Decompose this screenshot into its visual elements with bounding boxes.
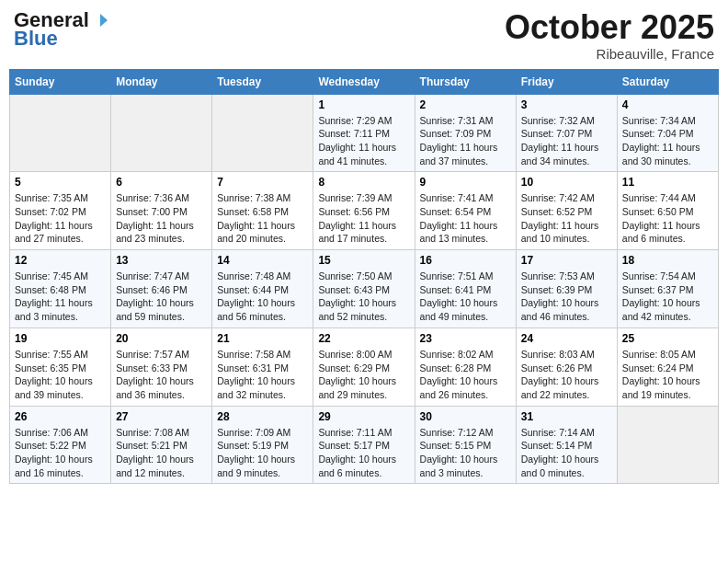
day-number: 3 bbox=[521, 98, 612, 111]
calendar-cell: 29Sunrise: 7:11 AMSunset: 5:17 PMDayligh… bbox=[313, 406, 415, 484]
day-number: 20 bbox=[116, 332, 207, 345]
cell-content: Sunrise: 7:48 AMSunset: 6:44 PMDaylight:… bbox=[217, 270, 308, 324]
calendar-cell: 2Sunrise: 7:31 AMSunset: 7:09 PMDaylight… bbox=[415, 94, 516, 172]
cell-content: Sunrise: 7:36 AMSunset: 7:00 PMDaylight:… bbox=[116, 191, 207, 246]
header-thursday: Thursday bbox=[415, 69, 516, 94]
calendar-cell: 11Sunrise: 7:44 AMSunset: 6:50 PMDayligh… bbox=[617, 172, 718, 250]
calendar-header: SundayMondayTuesdayWednesdayThursdayFrid… bbox=[10, 69, 719, 94]
day-number: 24 bbox=[521, 332, 612, 345]
cell-content: Sunrise: 7:35 AMSunset: 7:02 PMDaylight:… bbox=[15, 191, 106, 246]
cell-content: Sunrise: 7:53 AMSunset: 6:39 PMDaylight:… bbox=[521, 270, 612, 324]
cell-content: Sunrise: 7:57 AMSunset: 6:33 PMDaylight:… bbox=[116, 348, 207, 402]
week-row-5: 26Sunrise: 7:06 AMSunset: 5:22 PMDayligh… bbox=[10, 406, 719, 484]
day-number: 22 bbox=[318, 332, 409, 345]
day-number: 29 bbox=[318, 410, 409, 423]
calendar-cell: 7Sunrise: 7:38 AMSunset: 6:58 PMDaylight… bbox=[212, 172, 313, 250]
header-friday: Friday bbox=[516, 69, 617, 94]
cell-content: Sunrise: 8:00 AMSunset: 6:29 PMDaylight:… bbox=[318, 348, 409, 402]
calendar-cell bbox=[111, 94, 212, 172]
calendar-cell: 15Sunrise: 7:50 AMSunset: 6:43 PMDayligh… bbox=[313, 250, 415, 328]
week-row-4: 19Sunrise: 7:55 AMSunset: 6:35 PMDayligh… bbox=[10, 327, 719, 406]
day-number: 19 bbox=[15, 332, 106, 345]
calendar-cell: 26Sunrise: 7:06 AMSunset: 5:22 PMDayligh… bbox=[10, 406, 111, 484]
day-number: 2 bbox=[420, 98, 511, 111]
calendar-cell bbox=[10, 94, 111, 172]
logo: General Blue bbox=[14, 9, 108, 50]
day-number: 8 bbox=[318, 176, 409, 189]
cell-content: Sunrise: 7:41 AMSunset: 6:54 PMDaylight:… bbox=[420, 191, 511, 246]
calendar-cell: 25Sunrise: 8:05 AMSunset: 6:24 PMDayligh… bbox=[617, 327, 718, 406]
week-row-3: 12Sunrise: 7:45 AMSunset: 6:48 PMDayligh… bbox=[10, 250, 719, 328]
calendar-cell: 14Sunrise: 7:48 AMSunset: 6:44 PMDayligh… bbox=[212, 250, 313, 328]
calendar-cell: 28Sunrise: 7:09 AMSunset: 5:19 PMDayligh… bbox=[212, 406, 313, 484]
cell-content: Sunrise: 7:32 AMSunset: 7:07 PMDaylight:… bbox=[521, 114, 612, 168]
cell-content: Sunrise: 7:54 AMSunset: 6:37 PMDaylight:… bbox=[622, 270, 713, 324]
cell-content: Sunrise: 7:29 AMSunset: 7:11 PMDaylight:… bbox=[318, 114, 409, 168]
calendar-cell: 20Sunrise: 7:57 AMSunset: 6:33 PMDayligh… bbox=[111, 327, 212, 406]
day-number: 25 bbox=[622, 332, 713, 345]
calendar-cell: 13Sunrise: 7:47 AMSunset: 6:46 PMDayligh… bbox=[111, 250, 212, 328]
day-number: 16 bbox=[420, 254, 511, 267]
day-number: 15 bbox=[318, 254, 409, 267]
cell-content: Sunrise: 8:05 AMSunset: 6:24 PMDaylight:… bbox=[622, 348, 713, 402]
day-number: 28 bbox=[217, 410, 308, 423]
month-title: October 2025 bbox=[505, 9, 714, 46]
calendar-table: SundayMondayTuesdayWednesdayThursdayFrid… bbox=[9, 69, 719, 485]
day-number: 27 bbox=[116, 410, 207, 423]
cell-content: Sunrise: 7:55 AMSunset: 6:35 PMDaylight:… bbox=[15, 348, 106, 402]
day-number: 1 bbox=[318, 98, 409, 111]
calendar-cell: 30Sunrise: 7:12 AMSunset: 5:15 PMDayligh… bbox=[415, 406, 516, 484]
week-row-1: 1Sunrise: 7:29 AMSunset: 7:11 PMDaylight… bbox=[10, 94, 719, 172]
calendar-cell bbox=[617, 406, 718, 484]
calendar-cell: 18Sunrise: 7:54 AMSunset: 6:37 PMDayligh… bbox=[617, 250, 718, 328]
cell-content: Sunrise: 7:06 AMSunset: 5:22 PMDaylight:… bbox=[15, 426, 106, 480]
day-number: 26 bbox=[15, 410, 106, 423]
cell-content: Sunrise: 7:42 AMSunset: 6:52 PMDaylight:… bbox=[521, 191, 612, 246]
day-number: 31 bbox=[521, 410, 612, 423]
calendar-cell: 21Sunrise: 7:58 AMSunset: 6:31 PMDayligh… bbox=[212, 327, 313, 406]
title-area: October 2025 Ribeauville, France bbox=[505, 9, 714, 62]
calendar-cell: 8Sunrise: 7:39 AMSunset: 6:56 PMDaylight… bbox=[313, 172, 415, 250]
calendar-cell: 10Sunrise: 7:42 AMSunset: 6:52 PMDayligh… bbox=[516, 172, 617, 250]
cell-content: Sunrise: 7:38 AMSunset: 6:58 PMDaylight:… bbox=[217, 191, 308, 246]
cell-content: Sunrise: 7:50 AMSunset: 6:43 PMDaylight:… bbox=[318, 270, 409, 324]
day-number: 23 bbox=[420, 332, 511, 345]
cell-content: Sunrise: 7:31 AMSunset: 7:09 PMDaylight:… bbox=[420, 114, 511, 168]
calendar-cell: 16Sunrise: 7:51 AMSunset: 6:41 PMDayligh… bbox=[415, 250, 516, 328]
day-number: 7 bbox=[217, 176, 308, 189]
calendar-cell: 27Sunrise: 7:08 AMSunset: 5:21 PMDayligh… bbox=[111, 406, 212, 484]
cell-content: Sunrise: 8:02 AMSunset: 6:28 PMDaylight:… bbox=[420, 348, 511, 402]
calendar-cell: 19Sunrise: 7:55 AMSunset: 6:35 PMDayligh… bbox=[10, 327, 111, 406]
header-row: SundayMondayTuesdayWednesdayThursdayFrid… bbox=[10, 69, 719, 94]
cell-content: Sunrise: 7:34 AMSunset: 7:04 PMDaylight:… bbox=[622, 114, 713, 168]
cell-content: Sunrise: 7:08 AMSunset: 5:21 PMDaylight:… bbox=[116, 426, 207, 480]
logo-blue-text: Blue bbox=[14, 28, 58, 50]
cell-content: Sunrise: 7:39 AMSunset: 6:56 PMDaylight:… bbox=[318, 191, 409, 246]
location: Ribeauville, France bbox=[505, 46, 714, 62]
day-number: 9 bbox=[420, 176, 511, 189]
cell-content: Sunrise: 7:11 AMSunset: 5:17 PMDaylight:… bbox=[318, 426, 409, 480]
calendar-cell: 3Sunrise: 7:32 AMSunset: 7:07 PMDaylight… bbox=[516, 94, 617, 172]
cell-content: Sunrise: 7:12 AMSunset: 5:15 PMDaylight:… bbox=[420, 426, 511, 480]
cell-content: Sunrise: 7:45 AMSunset: 6:48 PMDaylight:… bbox=[15, 270, 106, 324]
header-wednesday: Wednesday bbox=[313, 69, 415, 94]
day-number: 14 bbox=[217, 254, 308, 267]
header-saturday: Saturday bbox=[617, 69, 718, 94]
cell-content: Sunrise: 8:03 AMSunset: 6:26 PMDaylight:… bbox=[521, 348, 612, 402]
week-row-2: 5Sunrise: 7:35 AMSunset: 7:02 PMDaylight… bbox=[10, 172, 719, 250]
calendar-body: 1Sunrise: 7:29 AMSunset: 7:11 PMDaylight… bbox=[10, 94, 719, 484]
header-tuesday: Tuesday bbox=[212, 69, 313, 94]
calendar-cell: 4Sunrise: 7:34 AMSunset: 7:04 PMDaylight… bbox=[617, 94, 718, 172]
calendar-cell: 17Sunrise: 7:53 AMSunset: 6:39 PMDayligh… bbox=[516, 250, 617, 328]
calendar-cell: 24Sunrise: 8:03 AMSunset: 6:26 PMDayligh… bbox=[516, 327, 617, 406]
header-monday: Monday bbox=[111, 69, 212, 94]
calendar-cell bbox=[212, 94, 313, 172]
svg-marker-1 bbox=[100, 14, 108, 27]
cell-content: Sunrise: 7:58 AMSunset: 6:31 PMDaylight:… bbox=[217, 348, 308, 402]
day-number: 13 bbox=[116, 254, 207, 267]
logo-arrow-icon bbox=[91, 12, 108, 29]
day-number: 30 bbox=[420, 410, 511, 423]
day-number: 10 bbox=[521, 176, 612, 189]
calendar-cell: 5Sunrise: 7:35 AMSunset: 7:02 PMDaylight… bbox=[10, 172, 111, 250]
calendar-cell: 6Sunrise: 7:36 AMSunset: 7:00 PMDaylight… bbox=[111, 172, 212, 250]
